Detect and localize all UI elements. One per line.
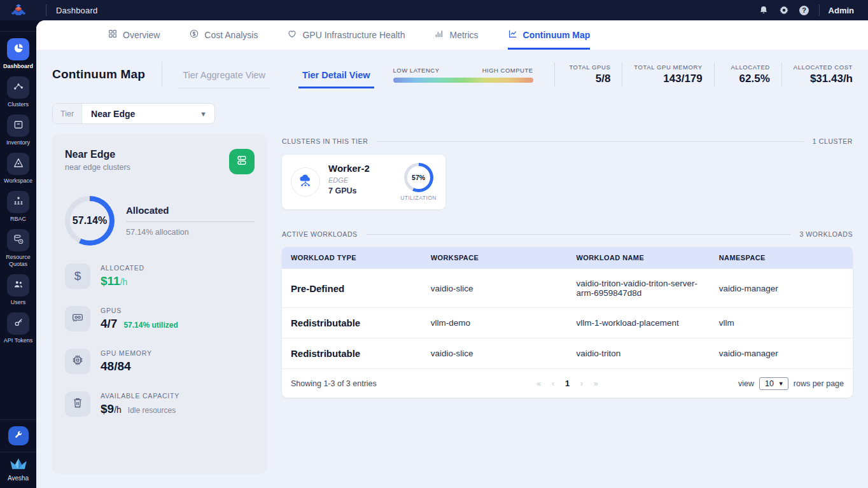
workloads-table: WORKLOAD TYPE WORKSPACE WORKLOAD NAME NA…	[282, 247, 853, 368]
clusters-section-head: CLUSTERS IN THIS TIER 1 CLUSTER	[282, 137, 853, 145]
continuum-header: Continuum Map Tier Aggregate View Tier D…	[52, 60, 853, 88]
workloads-section-title: ACTIVE WORKLOADS	[282, 230, 358, 238]
col-workspace: WORKSPACE	[422, 247, 568, 269]
topbar-divider	[46, 4, 46, 16]
tier-allocation-donut: 57.14%	[65, 196, 115, 246]
legend-high-compute-label: HIGH COMPUTE	[482, 67, 533, 74]
heart-icon	[287, 29, 297, 41]
clusters-count: 1 CLUSTER	[813, 137, 853, 145]
sidebar-item-inventory[interactable]: Inventory	[0, 115, 36, 146]
main-panel: Overview Cost Analysis GPU Infrastructur…	[36, 20, 868, 488]
app-logo[interactable]	[0, 3, 36, 18]
tier-dropdown-value: Near Edge	[82, 109, 200, 119]
tier-detail-right: CLUSTERS IN THIS TIER 1 CLUSTER Worker-2…	[282, 134, 853, 474]
inventory-box-icon	[13, 119, 24, 133]
cluster-card-worker-2[interactable]: Worker-2 EDGE 7 GPUs 57% UTILIZATION	[282, 155, 445, 209]
table-row: Redistributable vllm-demo vllm-1-workloa…	[282, 308, 853, 338]
users-icon	[13, 279, 24, 293]
stat-allocated-cost: ALLOCATED COST $31.43/h	[781, 62, 853, 87]
pagination: « ‹ 1 › »	[536, 379, 598, 388]
sidebar-bottom-rule	[0, 419, 36, 420]
sidebar-item-rbac[interactable]: RBAC	[0, 191, 36, 223]
pie-chart-icon	[13, 43, 24, 57]
tier-detail-panel: Near Edge near edge clusters 57.14% Al	[52, 134, 267, 474]
bar-chart-icon	[434, 29, 444, 41]
latency-compute-legend: LOW LATENCY HIGH COMPUTE	[393, 67, 533, 83]
settings-gear-icon[interactable]	[778, 4, 790, 16]
avesha-crown-logo	[9, 457, 28, 473]
user-menu[interactable]: Admin	[829, 6, 854, 15]
stat-total-gpus: TOTAL GPUS 5/8	[554, 62, 610, 87]
cluster-name: Worker-2	[328, 163, 370, 174]
cluster-gpu-count: 7 GPUs	[328, 186, 370, 195]
sidebar-item-clusters[interactable]: Clusters	[0, 76, 36, 108]
tier-stat-gpus: GPUS 4/7 57.14% utilized	[65, 306, 255, 331]
clusters-section-title: CLUSTERS IN THIS TIER	[282, 137, 368, 145]
sidebar-item-dashboard[interactable]: Dashboard	[0, 38, 36, 70]
entries-summary: Showing 1-3 of 3 entries	[291, 379, 377, 388]
utilization-label: UTILIZATION	[400, 195, 437, 201]
table-row: Redistributable vaidio-slice vaidio-trit…	[282, 338, 853, 369]
tier-stat-allocated-cost: $ ALLOCATED $11 /h	[65, 263, 255, 289]
sidebar-bottom: Avesha	[0, 419, 36, 488]
col-workload-name: WORKLOAD NAME	[567, 247, 710, 269]
gpu-card-icon	[71, 310, 85, 327]
view-tabs: Tier Aggregate View Tier Detail View	[179, 70, 374, 88]
cluster-utilization-percent: 57%	[412, 174, 425, 181]
sidebar-item-resource-quotas[interactable]: Resource Quotas	[0, 229, 36, 268]
allocated-heading: Allocated	[126, 205, 255, 222]
tab-tier-aggregate-view[interactable]: Tier Aggregate View	[179, 70, 269, 88]
wrench-icon	[13, 430, 23, 442]
rows-per-page-control: view 10 ▼ rows per page	[738, 377, 844, 390]
tab-continuum-map[interactable]: Continuum Map	[508, 20, 591, 50]
col-namespace: NAMESPACE	[710, 247, 853, 269]
page-next-button[interactable]: ›	[580, 379, 583, 388]
line-chart-icon	[508, 29, 518, 41]
tab-tier-detail-view[interactable]: Tier Detail View	[298, 70, 374, 88]
stat-total-gpu-memory: TOTAL GPU MEMORY 143/179	[622, 62, 702, 87]
rows-per-page-select[interactable]: 10 ▼	[759, 377, 788, 390]
workspace-slice-icon	[13, 157, 24, 171]
header-divider	[162, 62, 162, 87]
chevron-down-icon: ▼	[200, 110, 207, 118]
tier-name: Near Edge	[65, 149, 130, 160]
clusters-nodes-icon	[13, 81, 24, 95]
tier-dropdown[interactable]: Tier Near Edge ▼	[52, 103, 215, 124]
tier-dropdown-label: Tier	[53, 104, 82, 123]
brand: Avesha	[8, 452, 29, 488]
sidebar-item-workspace[interactable]: Workspace	[0, 153, 36, 185]
select-caret-icon: ▼	[778, 380, 784, 387]
cluster-utilization: 57% UTILIZATION	[400, 163, 437, 201]
sidebar-top-rule	[0, 31, 36, 32]
help-icon[interactable]: ?	[799, 4, 810, 16]
grid-icon	[108, 29, 118, 41]
tier-allocation-percent: 57.14%	[73, 215, 107, 227]
tier-server-button[interactable]	[229, 149, 255, 174]
page-prev-button[interactable]: ‹	[552, 379, 554, 388]
server-stack-icon	[235, 154, 248, 169]
tier-stat-available-capacity: AVAILABLE CAPACITY $9 /h Idle resources	[65, 391, 255, 417]
tab-cost-analysis[interactable]: Cost Analysis	[189, 20, 258, 50]
page-number[interactable]: 1	[565, 379, 570, 388]
tab-metrics[interactable]: Metrics	[434, 20, 478, 50]
page-first-button[interactable]: «	[536, 379, 541, 388]
workloads-count: 3 WORKLOADS	[799, 230, 853, 238]
notifications-bell-icon[interactable]	[758, 4, 769, 16]
tab-gpu-infrastructure-health[interactable]: GPU Infrastructure Health	[287, 20, 405, 50]
cluster-type: EDGE	[328, 176, 370, 184]
chip-icon	[71, 353, 85, 370]
dollar-circle-icon	[189, 29, 199, 41]
page-title: Continuum Map	[52, 67, 145, 81]
app-logo-icon	[10, 3, 27, 18]
page-tabs: Overview Cost Analysis GPU Infrastructur…	[36, 20, 868, 50]
tools-wrench-button[interactable]	[8, 426, 29, 445]
sidebar-item-users[interactable]: Users	[0, 274, 36, 306]
legend-gradient-bar	[393, 78, 533, 83]
tab-overview[interactable]: Overview	[108, 20, 160, 50]
tier-description: near edge clusters	[65, 163, 130, 172]
quota-coins-clock-icon	[13, 234, 24, 247]
sidebar-item-api-tokens[interactable]: API Tokens	[0, 312, 36, 344]
page-last-button[interactable]: »	[594, 379, 598, 388]
rows-per-page-label: rows per page	[794, 379, 844, 388]
cluster-utilization-donut: 57%	[404, 163, 433, 192]
